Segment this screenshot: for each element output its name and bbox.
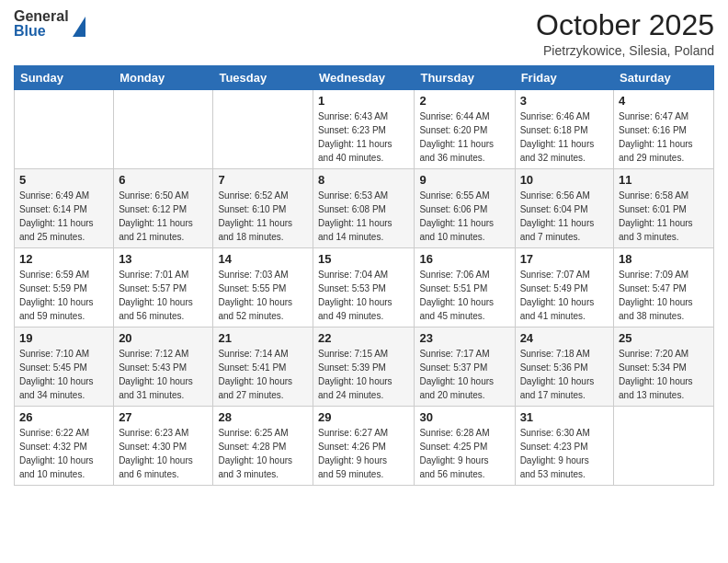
weekday-header-tuesday: Tuesday bbox=[213, 66, 313, 90]
day-number: 5 bbox=[19, 173, 108, 187]
week-row-1: 1Sunrise: 6:43 AM Sunset: 6:23 PM Daylig… bbox=[15, 90, 714, 169]
day-number: 4 bbox=[619, 94, 709, 108]
day-info: Sunrise: 6:47 AM Sunset: 6:16 PM Dayligh… bbox=[619, 109, 709, 165]
day-cell: 21Sunrise: 7:14 AM Sunset: 5:41 PM Dayli… bbox=[213, 327, 313, 407]
day-number: 25 bbox=[619, 331, 709, 345]
day-number: 2 bbox=[419, 94, 509, 108]
calendar-table: SundayMondayTuesdayWednesdayThursdayFrid… bbox=[14, 65, 714, 486]
day-info: Sunrise: 6:23 AM Sunset: 4:30 PM Dayligh… bbox=[119, 426, 208, 481]
day-number: 30 bbox=[419, 410, 509, 424]
day-info: Sunrise: 6:58 AM Sunset: 6:01 PM Dayligh… bbox=[619, 189, 709, 244]
day-info: Sunrise: 7:17 AM Sunset: 5:37 PM Dayligh… bbox=[419, 347, 509, 402]
week-row-4: 19Sunrise: 7:10 AM Sunset: 5:45 PM Dayli… bbox=[15, 327, 714, 407]
day-info: Sunrise: 7:06 AM Sunset: 5:51 PM Dayligh… bbox=[419, 268, 509, 323]
day-cell: 16Sunrise: 7:06 AM Sunset: 5:51 PM Dayli… bbox=[415, 248, 515, 327]
day-info: Sunrise: 6:28 AM Sunset: 4:25 PM Dayligh… bbox=[419, 426, 509, 481]
day-cell: 2Sunrise: 6:44 AM Sunset: 6:20 PM Daylig… bbox=[415, 90, 515, 169]
day-cell: 12Sunrise: 6:59 AM Sunset: 5:59 PM Dayli… bbox=[15, 248, 114, 327]
day-cell: 7Sunrise: 6:52 AM Sunset: 6:10 PM Daylig… bbox=[213, 169, 313, 248]
day-cell: 28Sunrise: 6:25 AM Sunset: 4:28 PM Dayli… bbox=[213, 407, 313, 486]
day-number: 1 bbox=[318, 94, 409, 108]
logo: General Blue bbox=[14, 9, 85, 39]
day-cell bbox=[213, 90, 313, 169]
day-cell: 23Sunrise: 7:17 AM Sunset: 5:37 PM Dayli… bbox=[415, 327, 515, 407]
day-cell: 6Sunrise: 6:50 AM Sunset: 6:12 PM Daylig… bbox=[114, 169, 213, 248]
day-number: 13 bbox=[119, 252, 208, 266]
day-number: 23 bbox=[419, 331, 509, 345]
day-info: Sunrise: 6:46 AM Sunset: 6:18 PM Dayligh… bbox=[520, 109, 609, 165]
day-cell: 5Sunrise: 6:49 AM Sunset: 6:14 PM Daylig… bbox=[15, 169, 114, 248]
day-cell bbox=[114, 90, 213, 169]
day-info: Sunrise: 7:15 AM Sunset: 5:39 PM Dayligh… bbox=[318, 347, 409, 402]
day-cell: 18Sunrise: 7:09 AM Sunset: 5:47 PM Dayli… bbox=[614, 248, 714, 327]
day-cell: 15Sunrise: 7:04 AM Sunset: 5:53 PM Dayli… bbox=[313, 248, 415, 327]
month-title: October 2025 bbox=[536, 9, 714, 41]
day-number: 7 bbox=[218, 173, 308, 187]
day-info: Sunrise: 6:22 AM Sunset: 4:32 PM Dayligh… bbox=[19, 426, 108, 481]
day-cell: 31Sunrise: 6:30 AM Sunset: 4:23 PM Dayli… bbox=[515, 407, 613, 486]
day-number: 10 bbox=[520, 173, 609, 187]
day-info: Sunrise: 7:07 AM Sunset: 5:49 PM Dayligh… bbox=[520, 268, 609, 323]
day-number: 8 bbox=[318, 173, 409, 187]
day-cell: 25Sunrise: 7:20 AM Sunset: 5:34 PM Dayli… bbox=[614, 327, 714, 407]
day-cell: 9Sunrise: 6:55 AM Sunset: 6:06 PM Daylig… bbox=[415, 169, 515, 248]
day-number: 14 bbox=[218, 252, 308, 266]
day-cell: 27Sunrise: 6:23 AM Sunset: 4:30 PM Dayli… bbox=[114, 407, 213, 486]
day-number: 18 bbox=[619, 252, 709, 266]
day-cell: 20Sunrise: 7:12 AM Sunset: 5:43 PM Dayli… bbox=[114, 327, 213, 407]
day-number: 22 bbox=[318, 331, 409, 345]
day-number: 6 bbox=[119, 173, 208, 187]
day-info: Sunrise: 7:12 AM Sunset: 5:43 PM Dayligh… bbox=[119, 347, 208, 402]
day-info: Sunrise: 7:18 AM Sunset: 5:36 PM Dayligh… bbox=[520, 347, 609, 402]
day-number: 16 bbox=[419, 252, 509, 266]
day-cell bbox=[614, 407, 714, 486]
day-cell: 1Sunrise: 6:43 AM Sunset: 6:23 PM Daylig… bbox=[313, 90, 415, 169]
day-number: 11 bbox=[619, 173, 709, 187]
day-number: 29 bbox=[318, 410, 409, 424]
day-info: Sunrise: 7:04 AM Sunset: 5:53 PM Dayligh… bbox=[318, 268, 409, 323]
day-number: 28 bbox=[218, 410, 308, 424]
day-cell: 3Sunrise: 6:46 AM Sunset: 6:18 PM Daylig… bbox=[515, 90, 613, 169]
day-info: Sunrise: 6:43 AM Sunset: 6:23 PM Dayligh… bbox=[318, 109, 409, 165]
day-cell: 13Sunrise: 7:01 AM Sunset: 5:57 PM Dayli… bbox=[114, 248, 213, 327]
weekday-header-wednesday: Wednesday bbox=[313, 66, 415, 90]
day-number: 12 bbox=[19, 252, 108, 266]
day-number: 20 bbox=[119, 331, 208, 345]
day-number: 17 bbox=[520, 252, 609, 266]
day-info: Sunrise: 6:53 AM Sunset: 6:08 PM Dayligh… bbox=[318, 189, 409, 244]
day-info: Sunrise: 6:44 AM Sunset: 6:20 PM Dayligh… bbox=[419, 109, 509, 165]
day-cell: 14Sunrise: 7:03 AM Sunset: 5:55 PM Dayli… bbox=[213, 248, 313, 327]
day-info: Sunrise: 6:55 AM Sunset: 6:06 PM Dayligh… bbox=[419, 189, 509, 244]
weekday-header-saturday: Saturday bbox=[614, 66, 714, 90]
day-cell: 30Sunrise: 6:28 AM Sunset: 4:25 PM Dayli… bbox=[415, 407, 515, 486]
title-block: October 2025 Pietrzykowice, Silesia, Pol… bbox=[536, 9, 714, 58]
logo-general-text: General bbox=[14, 9, 69, 24]
day-number: 27 bbox=[119, 410, 208, 424]
day-cell bbox=[15, 90, 114, 169]
weekday-header-sunday: Sunday bbox=[15, 66, 114, 90]
day-info: Sunrise: 6:25 AM Sunset: 4:28 PM Dayligh… bbox=[218, 426, 308, 481]
day-cell: 4Sunrise: 6:47 AM Sunset: 6:16 PM Daylig… bbox=[614, 90, 714, 169]
day-number: 3 bbox=[520, 94, 609, 108]
day-cell: 22Sunrise: 7:15 AM Sunset: 5:39 PM Dayli… bbox=[313, 327, 415, 407]
day-info: Sunrise: 7:14 AM Sunset: 5:41 PM Dayligh… bbox=[218, 347, 308, 402]
day-info: Sunrise: 6:27 AM Sunset: 4:26 PM Dayligh… bbox=[318, 426, 409, 481]
day-info: Sunrise: 7:01 AM Sunset: 5:57 PM Dayligh… bbox=[119, 268, 208, 323]
day-cell: 24Sunrise: 7:18 AM Sunset: 5:36 PM Dayli… bbox=[515, 327, 613, 407]
day-number: 9 bbox=[419, 173, 509, 187]
day-info: Sunrise: 6:59 AM Sunset: 5:59 PM Dayligh… bbox=[19, 268, 108, 323]
week-row-5: 26Sunrise: 6:22 AM Sunset: 4:32 PM Dayli… bbox=[15, 407, 714, 486]
day-number: 31 bbox=[520, 410, 609, 424]
day-info: Sunrise: 7:03 AM Sunset: 5:55 PM Dayligh… bbox=[218, 268, 308, 323]
weekday-header-friday: Friday bbox=[515, 66, 613, 90]
day-number: 24 bbox=[520, 331, 609, 345]
logo-blue-text: Blue bbox=[14, 24, 69, 39]
weekday-header-monday: Monday bbox=[114, 66, 213, 90]
day-number: 19 bbox=[19, 331, 108, 345]
page-header: General Blue October 2025 Pietrzykowice,… bbox=[14, 9, 714, 58]
location-text: Pietrzykowice, Silesia, Poland bbox=[536, 43, 714, 58]
day-info: Sunrise: 6:56 AM Sunset: 6:04 PM Dayligh… bbox=[520, 189, 609, 244]
week-row-2: 5Sunrise: 6:49 AM Sunset: 6:14 PM Daylig… bbox=[15, 169, 714, 248]
day-cell: 17Sunrise: 7:07 AM Sunset: 5:49 PM Dayli… bbox=[515, 248, 613, 327]
day-number: 15 bbox=[318, 252, 409, 266]
